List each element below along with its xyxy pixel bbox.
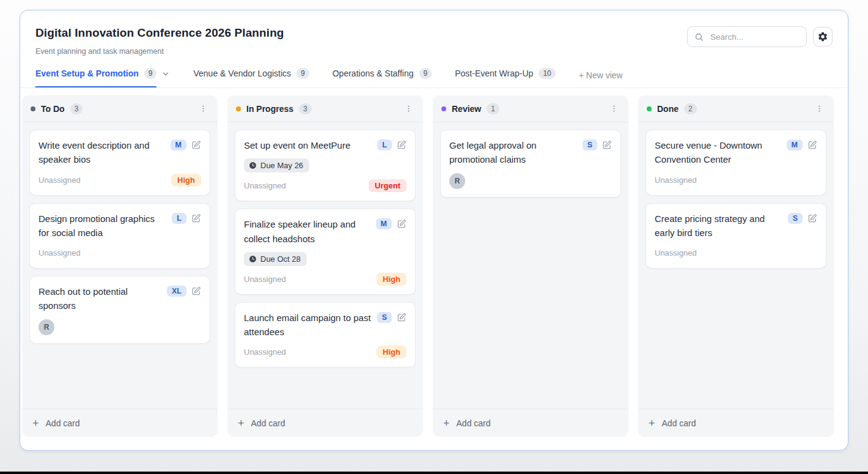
column-header: To Do 3 xyxy=(22,95,218,122)
tab-operations-staffing[interactable]: Operations & Staffing 9 xyxy=(333,68,432,87)
size-badge: S xyxy=(583,139,597,150)
task-card[interactable]: Reach out to potential sponsors XL R xyxy=(29,276,210,344)
task-card[interactable]: Design promotional graphics for social m… xyxy=(29,203,210,269)
status-dot xyxy=(236,106,241,111)
column-header: Review 1 xyxy=(433,95,628,122)
edit-icon[interactable] xyxy=(807,140,817,150)
edit-icon[interactable] xyxy=(807,213,817,223)
column-title: Done xyxy=(657,104,679,114)
column-in-progress: In Progress 3 Set up event on MeetPure L xyxy=(227,95,423,437)
plus-icon: + xyxy=(649,418,655,429)
page-subtitle: Event planning and task management xyxy=(35,47,284,56)
add-card-label: Add card xyxy=(46,418,80,428)
add-card-label: Add card xyxy=(457,418,491,428)
kebab-menu-icon[interactable] xyxy=(608,103,620,114)
settings-button[interactable] xyxy=(813,27,833,46)
search-input[interactable] xyxy=(709,32,800,42)
column-title: To Do xyxy=(41,104,65,114)
tab-count-badge: 9 xyxy=(296,68,309,79)
tab-event-setup-promotion[interactable]: Event Setup & Promotion 9 xyxy=(35,68,170,87)
clock-icon xyxy=(249,255,257,263)
status-dot xyxy=(647,106,652,111)
priority-badge: High xyxy=(377,346,406,358)
assignee-label: Unassigned xyxy=(244,347,286,357)
app-header: Digital Innovation Conference 2026 Plann… xyxy=(20,10,848,56)
edit-icon[interactable] xyxy=(397,140,406,150)
size-badge: L xyxy=(377,139,392,150)
card-title: Get legal approval on promotional claims xyxy=(449,138,576,167)
due-date-label: Due May 26 xyxy=(260,161,303,170)
column-count-badge: 3 xyxy=(70,103,83,114)
due-date-label: Due Oct 28 xyxy=(260,254,301,264)
status-dot xyxy=(441,106,446,111)
assignee-label: Unassigned xyxy=(39,176,81,185)
task-card[interactable]: Get legal approval on promotional claims… xyxy=(440,130,621,198)
task-card[interactable]: Write event description and speaker bios… xyxy=(29,130,210,196)
task-card[interactable]: Set up event on MeetPure L Due May 26 Un… xyxy=(235,130,416,201)
edit-icon[interactable] xyxy=(397,313,406,322)
add-card-label: Add card xyxy=(662,418,696,428)
task-card[interactable]: Create pricing strategy and early bird t… xyxy=(645,203,826,269)
assignee-label: Unassigned xyxy=(655,248,697,257)
search-box xyxy=(687,26,807,47)
chevron-down-icon[interactable] xyxy=(161,70,170,78)
board-app-window: Digital Innovation Conference 2026 Plann… xyxy=(20,10,848,451)
view-tabs: Event Setup & Promotion 9 Venue & Vendor… xyxy=(20,68,848,88)
column-to-do: To Do 3 Write event description and spea… xyxy=(22,95,218,437)
assignee-label: Unassigned xyxy=(655,176,697,185)
size-badge: M xyxy=(171,139,186,150)
column-header: In Progress 3 xyxy=(227,95,423,122)
size-badge: S xyxy=(788,213,803,224)
column-card-list: Set up event on MeetPure L Due May 26 Un… xyxy=(227,122,423,409)
tab-venue-vendor-logistics[interactable]: Venue & Vendor Logistics 9 xyxy=(193,68,309,87)
add-card-label: Add card xyxy=(251,418,285,428)
column-count-badge: 2 xyxy=(684,103,697,114)
edit-icon[interactable] xyxy=(191,140,201,150)
plus-icon: + xyxy=(32,418,39,429)
card-title: Launch email campaign to past attendees xyxy=(244,311,371,339)
add-card-button[interactable]: + Add card xyxy=(638,409,834,437)
gear-icon xyxy=(817,31,828,42)
tab-count-badge: 9 xyxy=(144,68,157,79)
new-view-button[interactable]: + New view xyxy=(579,70,623,87)
kebab-menu-icon[interactable] xyxy=(197,103,209,114)
priority-badge: High xyxy=(377,273,406,286)
add-card-button[interactable]: + Add card xyxy=(433,409,628,437)
size-badge: M xyxy=(376,218,392,229)
card-title: Finalize speaker lineup and collect head… xyxy=(244,217,370,246)
header-actions xyxy=(687,26,833,47)
tab-label: Operations & Staffing xyxy=(333,69,414,78)
edit-icon[interactable] xyxy=(191,286,201,296)
add-card-button[interactable]: + Add card xyxy=(22,409,218,437)
column-card-list: Get legal approval on promotional claims… xyxy=(433,122,628,409)
assignee-label: Unassigned xyxy=(244,275,286,284)
assignee-label: Unassigned xyxy=(244,181,286,190)
task-card[interactable]: Launch email campaign to past attendees … xyxy=(235,302,416,368)
size-badge: XL xyxy=(167,286,186,297)
tab-count-badge: 10 xyxy=(539,68,555,79)
kanban-board: To Do 3 Write event description and spea… xyxy=(20,88,848,450)
bottom-edge-bar xyxy=(0,472,868,474)
size-badge: M xyxy=(787,139,803,150)
search-icon xyxy=(694,32,704,42)
avatar: R xyxy=(39,319,54,335)
priority-badge: High xyxy=(171,174,201,187)
edit-icon[interactable] xyxy=(191,213,201,223)
kebab-menu-icon[interactable] xyxy=(814,103,825,114)
card-title: Reach out to potential sponsors xyxy=(39,284,161,313)
tab-post-event-wrap-up[interactable]: Post-Event Wrap-Up 10 xyxy=(455,68,555,87)
column-title: In Progress xyxy=(246,104,293,114)
column-count-badge: 3 xyxy=(299,103,312,114)
kebab-menu-icon[interactable] xyxy=(403,103,414,114)
tab-label: Event Setup & Promotion xyxy=(35,69,139,78)
add-card-button[interactable]: + Add card xyxy=(227,409,423,437)
page-title: Digital Innovation Conference 2026 Plann… xyxy=(35,26,284,40)
tab-count-badge: 9 xyxy=(419,68,432,79)
task-card[interactable]: Secure venue - Downtown Convention Cente… xyxy=(645,130,826,196)
size-badge: L xyxy=(172,213,186,224)
edit-icon[interactable] xyxy=(602,140,612,150)
status-dot xyxy=(31,106,35,111)
task-card[interactable]: Finalize speaker lineup and collect head… xyxy=(235,209,416,295)
edit-icon[interactable] xyxy=(397,219,406,229)
tab-label: Post-Event Wrap-Up xyxy=(455,69,533,78)
